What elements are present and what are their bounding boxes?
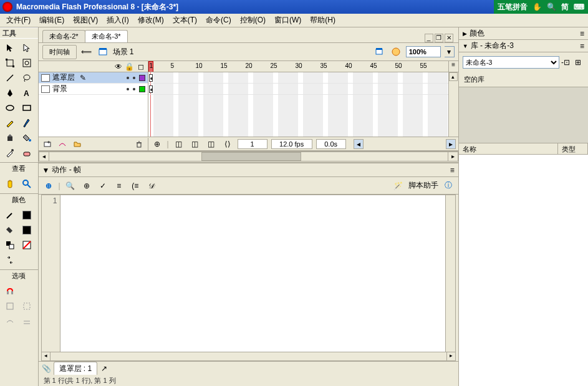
code-vscroll[interactable] <box>445 195 455 352</box>
keyframe-icon[interactable] <box>149 85 153 93</box>
rectangle-tool[interactable] <box>19 101 34 115</box>
menu-text[interactable]: 文本(T) <box>169 14 201 27</box>
pin-icon[interactable]: 📎 <box>42 364 51 373</box>
option-3[interactable] <box>2 299 17 313</box>
search-icon[interactable]: 🔍 <box>546 2 557 11</box>
modify-onion-markers-btn[interactable]: ⟨⟩ <box>221 138 234 150</box>
line-tool[interactable] <box>2 71 17 85</box>
selection-tool[interactable] <box>2 41 17 55</box>
keyframe-icon[interactable] <box>149 74 153 82</box>
col-name[interactable]: 名称 <box>459 143 558 154</box>
black-white-btn[interactable] <box>2 238 17 252</box>
stage-hscroll[interactable]: ◂ ▸ <box>39 152 458 162</box>
scroll-left-btn[interactable]: ◂ <box>354 139 364 149</box>
menu-control[interactable]: 控制(O) <box>236 14 269 27</box>
panel-menu-icon[interactable]: ≡ <box>580 42 584 51</box>
menu-window[interactable]: 窗口(W) <box>271 14 305 27</box>
menu-edit[interactable]: 编辑(E) <box>36 14 68 27</box>
snap-option[interactable] <box>2 284 17 298</box>
scroll-right-btn[interactable]: ▸ <box>446 139 456 149</box>
scroll-left-icon[interactable]: ◂ <box>39 152 49 161</box>
timeline-menu-btn[interactable]: ≡ <box>448 61 458 72</box>
add-script-btn[interactable]: ⊕ <box>42 180 55 192</box>
color-panel-header[interactable]: ▶ 颜色 ≡ <box>459 27 588 40</box>
frames-ruler[interactable]: 1 5 10 15 20 25 30 35 40 45 50 55 <box>148 61 448 72</box>
find-btn[interactable]: 🔍 <box>64 180 77 192</box>
no-color-btn[interactable] <box>19 238 34 252</box>
doc-tab-1[interactable]: 未命名-3* <box>85 30 128 42</box>
layer-color-swatch[interactable] <box>139 86 145 92</box>
library-panel-header[interactable]: ▼ 库 - 未命名-3 ≡ <box>459 40 588 52</box>
onion-skin-btn[interactable]: ◫ <box>173 138 185 150</box>
add-layer-btn[interactable] <box>41 138 54 150</box>
doc-close-btn[interactable]: ✕ <box>445 34 453 42</box>
brush-tool[interactable] <box>19 116 34 130</box>
add-motion-guide-btn[interactable] <box>56 138 69 150</box>
menu-commands[interactable]: 命令(C) <box>202 14 235 27</box>
edit-symbol-btn[interactable] <box>390 46 402 58</box>
option-2[interactable] <box>19 284 34 298</box>
hand-tool[interactable] <box>2 177 17 191</box>
delete-layer-btn[interactable] <box>133 138 145 150</box>
zoom-dropdown[interactable]: ▾ <box>445 46 455 57</box>
check-syntax-btn[interactable]: ✓ <box>97 180 109 192</box>
menu-view[interactable]: 视图(V) <box>69 14 102 27</box>
new-library-btn[interactable]: ⊞ <box>572 56 584 69</box>
option-4[interactable] <box>19 299 34 313</box>
lasso-tool[interactable] <box>19 71 34 85</box>
layer-row-1[interactable]: 背景 <box>39 84 148 95</box>
ime-bar[interactable]: 五笔拼音 ✋ 🔍 简 ⌨ <box>494 0 588 14</box>
option-6[interactable] <box>19 314 34 328</box>
gradient-transform-tool[interactable] <box>19 56 34 70</box>
pin-library-btn[interactable]: -⊡ <box>559 56 572 69</box>
oval-tool[interactable] <box>2 101 17 115</box>
onion-skin-outlines-btn[interactable]: ◫ <box>189 138 201 150</box>
code-textarea[interactable] <box>60 195 445 352</box>
collapse-icon[interactable]: ▼ <box>463 43 468 49</box>
add-folder-btn[interactable] <box>71 138 84 150</box>
menu-modify[interactable]: 修改(M) <box>134 14 168 27</box>
doc-minimize-btn[interactable]: _ <box>425 34 433 42</box>
timeline-vscroll[interactable]: ▴ <box>448 72 458 137</box>
actions-header[interactable]: ▼ 动作 - 帧 ≡ <box>39 163 458 177</box>
zoom-input[interactable]: 100% <box>406 46 441 57</box>
debug-btn[interactable]: 𝒟 <box>145 180 158 192</box>
back-button[interactable]: ⟸ <box>80 46 93 58</box>
expand-icon[interactable]: ▶ <box>463 31 467 37</box>
free-transform-tool[interactable] <box>2 56 17 70</box>
scroll-up-icon[interactable]: ▴ <box>449 72 458 81</box>
scroll-right-icon[interactable]: ▸ <box>448 152 458 161</box>
edit-scene-btn[interactable] <box>374 46 386 58</box>
outline-icon[interactable]: ◻ <box>137 62 145 71</box>
code-hscroll[interactable]: ◂ ▸ <box>41 352 456 361</box>
layer-row-0[interactable]: 遮罩层 ✎ <box>39 72 148 84</box>
doc-tab-0[interactable]: 未命名-2* <box>42 30 85 42</box>
col-type[interactable]: 类型 <box>558 143 588 154</box>
scroll-right-icon[interactable]: ▸ <box>446 352 455 360</box>
menu-help[interactable]: 帮助(H) <box>306 14 339 27</box>
layer-color-swatch[interactable] <box>139 75 145 81</box>
swap-colors-btn[interactable] <box>2 253 17 267</box>
help-icon[interactable]: ⓘ <box>442 180 455 192</box>
lock-icon[interactable]: 🔒 <box>125 62 134 71</box>
stroke-color[interactable] <box>2 208 17 222</box>
scrollbar-thumb[interactable] <box>201 152 301 161</box>
edit-multiple-frames-btn[interactable]: ◫ <box>205 138 218 150</box>
panel-menu-icon[interactable]: ≡ <box>450 166 455 175</box>
nav-icon[interactable]: ↗ <box>100 364 108 373</box>
option-5[interactable] <box>2 314 17 328</box>
center-frame-btn[interactable]: ⊕ <box>151 138 163 150</box>
code-hint-btn[interactable]: (≡ <box>129 180 142 192</box>
target-btn[interactable]: ⊕ <box>80 180 93 192</box>
subselection-tool[interactable] <box>19 41 34 55</box>
fill-color[interactable] <box>2 223 17 237</box>
keyboard-icon[interactable]: ⌨ <box>572 2 586 11</box>
pencil-tool[interactable] <box>2 116 17 130</box>
menu-insert[interactable]: 插入(I) <box>103 14 132 27</box>
panel-menu-icon[interactable]: ≡ <box>580 29 584 38</box>
eyedropper-tool[interactable] <box>2 146 17 160</box>
ink-bottle-tool[interactable] <box>2 131 17 145</box>
fill-swatch[interactable] <box>19 223 34 237</box>
eye-icon[interactable]: 👁 <box>114 62 123 71</box>
timeline-button[interactable]: 时间轴 <box>42 45 77 59</box>
